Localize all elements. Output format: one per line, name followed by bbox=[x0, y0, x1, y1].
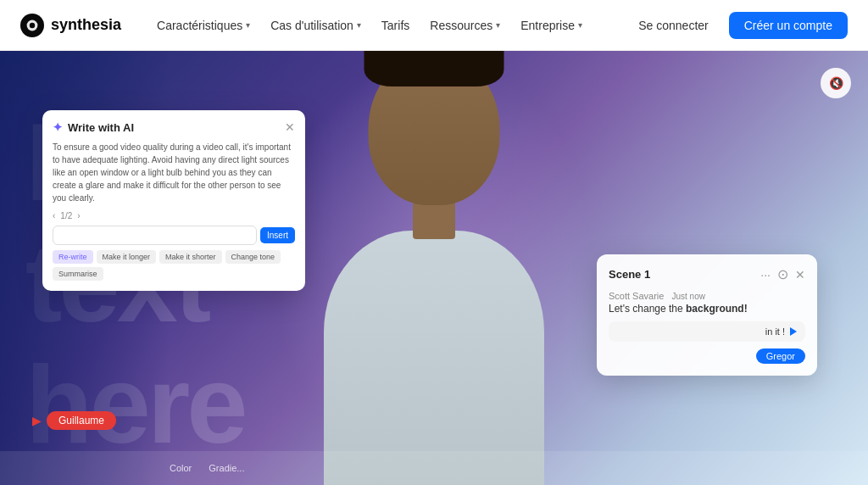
scene-message: Scott Savarie Just now Let's change the … bbox=[609, 291, 805, 315]
avatar-container bbox=[273, 51, 595, 485]
nav-links: Caractéristiques ▾ Cas d'utilisation ▾ T… bbox=[148, 14, 628, 37]
scene-bold-text: background! bbox=[686, 303, 748, 315]
more-options-icon[interactable]: ··· bbox=[760, 268, 771, 282]
write-ai-actions: Re-write Make it longer Make it shorter … bbox=[53, 250, 295, 281]
guillaume-badge: Guillaume bbox=[47, 411, 116, 430]
close-button[interactable]: ✕ bbox=[285, 120, 295, 134]
write-ai-title: ✦ Write with AI bbox=[53, 120, 134, 134]
nav-item-use-cases[interactable]: Cas d'utilisation ▾ bbox=[262, 14, 370, 37]
avatar-body bbox=[324, 231, 544, 485]
write-ai-input[interactable] bbox=[53, 226, 257, 245]
current-page: 1 bbox=[60, 211, 65, 220]
svg-point-1 bbox=[30, 22, 35, 27]
write-ai-title-text: Write with AI bbox=[68, 121, 134, 134]
chevron-down-icon: ▾ bbox=[357, 20, 361, 30]
scene-title: Scene 1 bbox=[609, 268, 650, 281]
cursor-pointer-icon: ▶ bbox=[32, 414, 42, 427]
action-tone[interactable]: Change tone bbox=[225, 250, 281, 264]
prev-arrow[interactable]: ‹ bbox=[53, 211, 55, 220]
nav-actions: Se connecter Créer un compte bbox=[628, 12, 848, 39]
signup-button[interactable]: Créer un compte bbox=[729, 12, 848, 39]
scene-message-text: Let's change the background! bbox=[609, 303, 805, 315]
write-ai-page-indicator: 1/2 bbox=[60, 211, 72, 220]
nav-label-features: Caractéristiques bbox=[157, 19, 242, 32]
nav-item-resources[interactable]: Ressources ▾ bbox=[421, 14, 509, 37]
write-ai-nav: ‹ 1/2 › bbox=[53, 211, 295, 220]
write-ai-send-button[interactable]: Insert bbox=[260, 227, 295, 243]
action-summarise[interactable]: Summarise bbox=[53, 267, 103, 281]
action-longer[interactable]: Make it longer bbox=[97, 250, 157, 264]
tab-color[interactable]: Color bbox=[170, 463, 192, 473]
write-ai-body-text: To ensure a good video quality during a … bbox=[53, 141, 295, 204]
avatar-figure bbox=[298, 53, 570, 485]
guillaume-cursor-area: ▶ Guillaume bbox=[32, 411, 116, 430]
next-arrow[interactable]: › bbox=[77, 211, 80, 220]
nav-label-use-cases: Cas d'utilisation bbox=[270, 19, 353, 32]
scene-time: Just now bbox=[671, 292, 704, 301]
mute-button[interactable]: 🔇 bbox=[821, 68, 851, 98]
chevron-down-icon: ▾ bbox=[246, 20, 250, 30]
check-icon[interactable]: ⊙ bbox=[777, 266, 788, 282]
total-pages: 2 bbox=[68, 211, 73, 220]
scene-input-row: in it ! bbox=[609, 321, 805, 342]
close-scene-icon[interactable]: ✕ bbox=[795, 268, 805, 282]
scene-header-actions: ··· ⊙ ✕ bbox=[760, 266, 805, 282]
nav-label-resources: Ressources bbox=[430, 19, 492, 32]
nav-label-pricing: Tarifs bbox=[381, 19, 409, 32]
nav-item-features[interactable]: Caractéristiques ▾ bbox=[148, 14, 259, 37]
scene-input-text: in it ! bbox=[765, 326, 785, 337]
logo-icon bbox=[20, 14, 44, 37]
avatar-hair bbox=[364, 51, 504, 86]
bottom-tabs-bar: Color Gradie... bbox=[0, 451, 868, 485]
write-ai-input-row: Insert bbox=[53, 226, 295, 245]
mute-icon: 🔇 bbox=[829, 76, 843, 90]
scene-gregor-area: Gregor bbox=[609, 342, 805, 364]
action-rewrite[interactable]: Re-write bbox=[53, 250, 93, 264]
chevron-down-icon: ▾ bbox=[496, 20, 500, 30]
cursor-icon bbox=[790, 327, 797, 336]
scene-username: Scott Savarie Just now bbox=[609, 291, 805, 301]
login-button[interactable]: Se connecter bbox=[628, 14, 719, 37]
synthesia-logo-svg bbox=[25, 19, 39, 32]
hero-section: Inser text here ✦ Write with AI ✕ To en bbox=[0, 51, 868, 485]
nav-item-enterprise[interactable]: Entreprise ▾ bbox=[512, 14, 591, 37]
action-shorter[interactable]: Make it shorter bbox=[159, 250, 222, 264]
nav-label-enterprise: Entreprise bbox=[520, 19, 575, 32]
gregor-badge: Gregor bbox=[756, 348, 805, 364]
write-ai-panel: ✦ Write with AI ✕ To ensure a good video… bbox=[42, 110, 305, 291]
sparkle-icon: ✦ bbox=[53, 120, 63, 134]
nav-item-pricing[interactable]: Tarifs bbox=[373, 14, 418, 37]
chevron-down-icon: ▾ bbox=[578, 20, 582, 30]
hero-bg-line-3: here bbox=[25, 344, 272, 465]
scene-header: Scene 1 ··· ⊙ ✕ bbox=[609, 266, 805, 282]
write-ai-header: ✦ Write with AI ✕ bbox=[53, 120, 295, 134]
scene-panel: Scene 1 ··· ⊙ ✕ Scott Savarie Just now L… bbox=[597, 254, 817, 376]
logo[interactable]: synthesia bbox=[20, 14, 121, 37]
logo-text: synthesia bbox=[51, 16, 121, 34]
navbar: synthesia Caractéristiques ▾ Cas d'utili… bbox=[0, 0, 868, 51]
scene-input[interactable] bbox=[617, 326, 760, 337]
tab-gradient[interactable]: Gradie... bbox=[209, 463, 244, 473]
